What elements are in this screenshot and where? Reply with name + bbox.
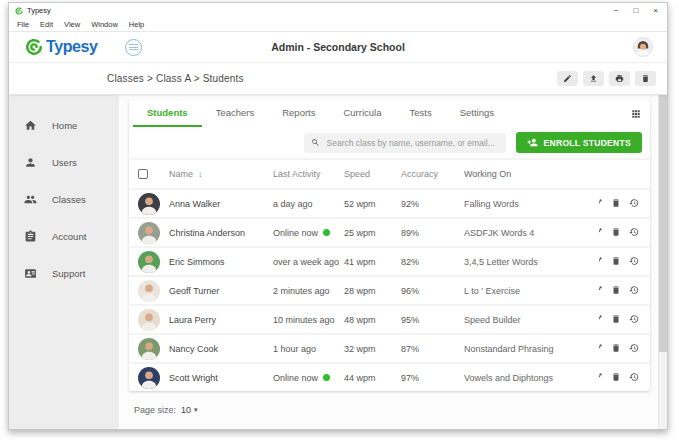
table-row[interactable]: Geoff Turner 2 minutes ago 28 wpm 96% L … (129, 275, 650, 304)
table-row[interactable]: Laura Perry 10 minutes ago 48 wpm 95% Sp… (129, 304, 650, 333)
working-on: Speed Builder (464, 315, 599, 325)
edit-button[interactable] (557, 71, 578, 86)
table-header: Name ↓ Last Activity Speed Accuracy Work… (129, 158, 650, 188)
row-history-button[interactable] (629, 370, 639, 385)
row-history-button[interactable] (629, 254, 639, 269)
sidebar-item-classes[interactable]: Classes (9, 181, 119, 218)
row-edit-button[interactable] (599, 312, 603, 327)
trash-icon (611, 198, 621, 208)
sort-desc-icon[interactable]: ↓ (198, 169, 203, 179)
titlebar-title: Typesy (27, 6, 51, 15)
sidebar-item-home[interactable]: Home (9, 107, 119, 144)
row-delete-button[interactable] (611, 312, 621, 327)
menu-window[interactable]: Window (91, 20, 118, 29)
app-header: Typesy Admin - Secondary School (9, 32, 667, 63)
column-name[interactable]: Name (169, 169, 193, 179)
working-on: 3,4,5 Letter Words (464, 257, 599, 267)
row-history-button[interactable] (629, 283, 639, 298)
maximize-button[interactable]: □ (633, 7, 638, 15)
menubar: File Edit View Window Help (9, 18, 667, 32)
avatar-icon (138, 222, 160, 244)
avatar-icon (138, 193, 160, 215)
typesy-logo[interactable]: Typesy (25, 38, 98, 56)
table-row[interactable]: Scott Wright Online now 44 wpm 97% Vowel… (129, 362, 650, 391)
scrollbar-thumb[interactable] (659, 95, 667, 352)
row-history-button[interactable] (629, 312, 639, 327)
tab-reports[interactable]: Reports (268, 107, 329, 127)
speed: 32 wpm (344, 344, 401, 354)
row-edit-button[interactable] (599, 341, 603, 356)
working-on: ASDFJK Words 4 (464, 228, 599, 238)
last-activity: 10 minutes ago (273, 315, 335, 325)
pencil-icon (599, 227, 603, 237)
row-delete-button[interactable] (611, 283, 621, 298)
menu-edit[interactable]: Edit (40, 20, 53, 29)
row-delete-button[interactable] (611, 370, 621, 385)
last-activity: 2 minutes ago (273, 286, 330, 296)
tab-curricula[interactable]: Curricula (329, 107, 395, 127)
breadcrumb[interactable]: Classes > Class A > Students (107, 73, 244, 84)
titlebar: Typesy − □ × (9, 3, 667, 18)
trash-icon (641, 74, 650, 83)
column-speed[interactable]: Speed (344, 169, 401, 179)
row-delete-button[interactable] (611, 254, 621, 269)
select-all-checkbox[interactable] (138, 169, 148, 179)
student-avatar (138, 338, 160, 360)
row-edit-button[interactable] (599, 254, 603, 269)
menu-file[interactable]: File (17, 20, 29, 29)
row-edit-button[interactable] (599, 370, 603, 385)
menu-help[interactable]: Help (129, 20, 144, 29)
sidebar-item-label: Account (52, 231, 86, 242)
sidebar-item-users[interactable]: Users (9, 144, 119, 181)
column-last-activity[interactable]: Last Activity (273, 169, 344, 179)
tab-tests[interactable]: Tests (395, 107, 445, 127)
menu-view[interactable]: View (64, 20, 80, 29)
student-name: Eric Simmons (169, 257, 273, 267)
user-avatar[interactable] (633, 37, 653, 57)
table-row[interactable]: Christina Anderson Online now 25 wpm 89%… (129, 217, 650, 246)
search-icon (311, 138, 320, 147)
column-accuracy[interactable]: Accuracy (401, 169, 464, 179)
trash-icon (611, 314, 621, 324)
class-card: Students Teachers Reports Curricula Test… (129, 100, 650, 391)
close-button[interactable]: × (653, 7, 658, 15)
tab-teachers[interactable]: Teachers (202, 107, 269, 127)
main-panel: Students Teachers Reports Curricula Test… (119, 95, 667, 429)
student-name: Scott Wright (169, 373, 273, 383)
minimize-button[interactable]: − (614, 7, 619, 15)
row-delete-button[interactable] (611, 196, 621, 211)
row-history-button[interactable] (629, 196, 639, 211)
grid-view-button[interactable] (631, 107, 641, 122)
speed: 52 wpm (344, 199, 401, 209)
row-edit-button[interactable] (599, 196, 603, 211)
home-icon (24, 119, 37, 132)
pencil-icon (599, 256, 603, 266)
column-working-on[interactable]: Working On (464, 169, 599, 179)
row-history-button[interactable] (629, 341, 639, 356)
row-history-button[interactable] (629, 225, 639, 240)
enroll-students-button[interactable]: ENROLL STUDENTS (516, 132, 642, 153)
table-row[interactable]: Eric Simmons over a week ago 41 wpm 82% … (129, 246, 650, 275)
sidebar-item-account[interactable]: Account (9, 218, 119, 255)
delete-button[interactable] (635, 71, 656, 86)
accuracy: 96% (401, 286, 464, 296)
student-avatar (138, 251, 160, 273)
table-row[interactable]: Nancy Cook 1 hour ago 32 wpm 87% Nonstan… (129, 333, 650, 362)
row-edit-button[interactable] (599, 225, 603, 240)
history-icon (629, 256, 639, 266)
search-input[interactable] (325, 137, 499, 149)
tab-settings[interactable]: Settings (446, 107, 508, 127)
row-delete-button[interactable] (611, 341, 621, 356)
accuracy: 92% (401, 199, 464, 209)
upload-button[interactable] (583, 71, 604, 86)
row-delete-button[interactable] (611, 225, 621, 240)
page-size-select[interactable]: 10 ▾ (181, 405, 198, 415)
sidebar-item-support[interactable]: Support (9, 255, 119, 292)
tab-students[interactable]: Students (133, 107, 202, 127)
table-row[interactable]: Anna Walker a day ago 52 wpm 92% Falling… (129, 188, 650, 217)
avatar-icon (138, 280, 160, 302)
history-icon (629, 285, 639, 295)
sidebar-item-label: Users (52, 157, 77, 168)
row-edit-button[interactable] (599, 283, 603, 298)
print-button[interactable] (609, 71, 630, 86)
